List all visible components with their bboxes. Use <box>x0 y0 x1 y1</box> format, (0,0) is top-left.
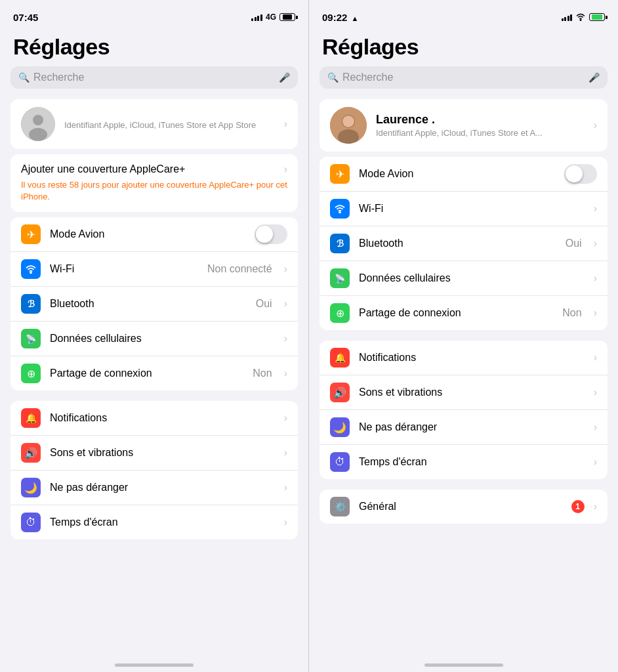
bottom-spacer-right <box>309 529 618 555</box>
sounds-row-right[interactable]: 🔊 Sons et vibrations › <box>319 375 608 410</box>
search-bar-left[interactable]: 🔍 Recherche 🎤 <box>10 66 298 89</box>
wifi-row-left[interactable]: Wi-Fi Non connecté › <box>10 252 298 287</box>
sounds-row-left[interactable]: 🔊 Sons et vibrations › <box>10 436 298 471</box>
bluetooth-label-right: Bluetooth <box>359 238 556 249</box>
notifications-row-right[interactable]: 🔔 Notifications › <box>319 341 608 375</box>
hotspot-icon-right: ⊕ <box>330 303 350 323</box>
rbar2 <box>564 17 566 21</box>
left-panel: 07:45 4G Réglages 🔍 Recherche 🎤 <box>0 0 309 672</box>
screen-time-row-left[interactable]: ⏱ Temps d'écran › <box>10 505 298 539</box>
bluetooth-value-left: Oui <box>256 298 272 310</box>
wifi-row-right[interactable]: Wi-Fi › <box>319 192 608 226</box>
hotspot-label-right: Partage de connexion <box>359 307 553 319</box>
cellular-chevron-right: › <box>594 272 597 284</box>
status-bar-left: 07:45 4G <box>0 0 308 29</box>
cellular-row-left[interactable]: 📡 Données cellulaires › <box>10 322 298 356</box>
bluetooth-row-left[interactable]: ℬ Bluetooth Oui › <box>10 287 298 322</box>
toggle-knob-right <box>566 165 583 182</box>
wifi-svg-right <box>334 204 346 213</box>
dnd-chevron-right: › <box>594 421 597 433</box>
notifications-section-left[interactable]: 🔔 Notifications › 🔊 Sons et vibrations ›… <box>10 401 298 539</box>
screen-time-row-right[interactable]: ⏱ Temps d'écran › <box>319 445 608 479</box>
sounds-label-right: Sons et vibrations <box>359 387 585 398</box>
bar4 <box>260 14 262 21</box>
time-right: 09:22 ▲ <box>322 12 358 23</box>
wifi-chevron-left: › <box>284 263 287 275</box>
svg-point-2 <box>29 128 47 141</box>
battery-right <box>589 13 605 21</box>
right-scroll[interactable]: Réglages 🔍 Recherche 🎤 <box>309 29 618 672</box>
profile-chevron-right: › <box>594 119 597 131</box>
status-icons-left: 4G <box>251 12 295 22</box>
bluetooth-chevron-right: › <box>594 238 597 249</box>
network-type-left: 4G <box>266 12 276 22</box>
notifications-chevron-left: › <box>284 412 287 424</box>
profile-section-left[interactable]: Identifiant Apple, iCloud, iTunes Store … <box>10 99 298 149</box>
bar1 <box>251 18 253 21</box>
profile-row-right[interactable]: Laurence . Identifiant Apple, iCloud, iT… <box>319 99 608 152</box>
screen-time-icon-left: ⏱ <box>21 513 41 532</box>
cellular-label-left: Données cellulaires <box>50 333 275 345</box>
time-left: 07:45 <box>13 12 38 23</box>
mode-avion-icon-right: ✈ <box>330 164 350 184</box>
right-panel: 09:22 ▲ Réglages 🔍 Recherche � <box>309 0 618 672</box>
notifications-section-right[interactable]: 🔔 Notifications › 🔊 Sons et vibrations ›… <box>319 341 608 479</box>
search-placeholder-right: Recherche <box>342 72 585 83</box>
toggle-knob-left <box>256 226 273 243</box>
general-badge-right: 1 <box>571 500 585 513</box>
page-title-right: Réglages <box>309 29 618 66</box>
hotspot-row-right[interactable]: ⊕ Partage de connexion Non › <box>319 296 608 330</box>
hotspot-row-left[interactable]: ⊕ Partage de connexion Non › <box>10 356 298 390</box>
general-chevron-right: › <box>594 501 597 513</box>
general-section-right[interactable]: ⚙️ Général 1 › <box>319 490 608 524</box>
signal-bars-right <box>562 13 573 21</box>
search-bar-right[interactable]: 🔍 Recherche 🎤 <box>319 66 608 89</box>
divider1-left <box>0 396 308 401</box>
applecare-title: Ajouter une couverture AppleCare+ › <box>21 163 287 175</box>
mic-icon-left[interactable]: 🎤 <box>279 72 290 83</box>
bluetooth-row-right[interactable]: ℬ Bluetooth Oui › <box>319 226 608 261</box>
wifi-svg-left <box>25 264 37 274</box>
applecare-banner[interactable]: Ajouter une couverture AppleCare+ › Il v… <box>10 154 298 212</box>
wifi-status-right <box>575 13 586 21</box>
profile-name-right: Laurence . <box>376 113 585 127</box>
connectivity-section-right[interactable]: ✈ Mode Avion Wi-Fi › ℬ Bluetooth <box>319 157 608 330</box>
profile-info-left: Identifiant Apple, iCloud, iTunes Store … <box>64 119 275 130</box>
mode-avion-label-left: Mode Avion <box>50 228 245 240</box>
mic-icon-right[interactable]: 🎤 <box>588 72 600 83</box>
mode-avion-row-right[interactable]: ✈ Mode Avion <box>319 157 608 192</box>
rbar3 <box>567 16 569 21</box>
notifications-icon-right: 🔔 <box>330 348 350 368</box>
hotspot-icon-left: ⊕ <box>21 364 41 383</box>
mode-avion-row-left[interactable]: ✈ Mode Avion <box>10 217 298 252</box>
general-row-right[interactable]: ⚙️ Général 1 › <box>319 490 608 524</box>
cellular-row-right[interactable]: 📡 Données cellulaires › <box>319 261 608 296</box>
status-icons-right <box>562 13 606 21</box>
notifications-row-left[interactable]: 🔔 Notifications › <box>10 401 298 436</box>
bluetooth-icon-left: ℬ <box>21 294 41 314</box>
dnd-chevron-left: › <box>284 482 287 494</box>
notifications-label-right: Notifications <box>359 352 585 364</box>
bluetooth-value-right: Oui <box>566 238 582 249</box>
screen-time-chevron-left: › <box>284 516 287 528</box>
dnd-row-left[interactable]: 🌙 Ne pas déranger › <box>10 471 298 505</box>
profile-info-right: Laurence . Identifiant Apple, iCloud, iT… <box>376 113 585 138</box>
battery-fill-left <box>283 14 292 20</box>
bar3 <box>257 16 259 21</box>
left-scroll[interactable]: Réglages 🔍 Recherche 🎤 Identifiant Apple… <box>0 29 308 672</box>
sounds-label-left: Sons et vibrations <box>50 447 275 459</box>
applecare-subtitle: Il vous reste 58 jours pour ajouter une … <box>21 179 287 203</box>
profile-row-left[interactable]: Identifiant Apple, iCloud, iTunes Store … <box>10 99 298 149</box>
sounds-chevron-right: › <box>594 387 597 398</box>
battery-fill-right <box>592 14 602 20</box>
dnd-label-left: Ne pas déranger <box>50 482 275 494</box>
bluetooth-label-left: Bluetooth <box>50 298 247 310</box>
cellular-chevron-left: › <box>284 333 287 345</box>
location-icon-right: ▲ <box>352 14 359 22</box>
mode-avion-toggle-left[interactable] <box>255 224 287 244</box>
connectivity-section-left[interactable]: ✈ Mode Avion Wi-Fi Non connecté › ℬ <box>10 217 298 390</box>
profile-section-right[interactable]: Laurence . Identifiant Apple, iCloud, iT… <box>319 99 608 152</box>
mode-avion-toggle-right[interactable] <box>564 164 597 184</box>
bar2 <box>255 17 257 21</box>
dnd-row-right[interactable]: 🌙 Ne pas déranger › <box>319 410 608 445</box>
